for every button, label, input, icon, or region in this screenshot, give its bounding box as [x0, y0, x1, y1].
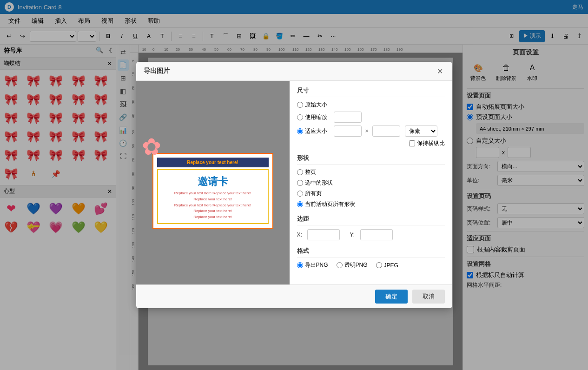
- shape-full-radio[interactable]: [297, 169, 303, 175]
- shape-selected-label[interactable]: 选中的形状: [297, 179, 333, 187]
- keep-ratio-checkbox-label[interactable]: 保持横纵比: [409, 139, 445, 147]
- format-row: 导出PNG 透明PNG JPEG: [297, 261, 445, 269]
- size-scale-label: 使用缩放: [305, 113, 327, 121]
- shape-all-text: 所有页: [305, 190, 322, 198]
- size-original-label: 原始大小: [305, 101, 327, 109]
- shape-selected-row: 选中的形状: [297, 179, 445, 187]
- keep-ratio-label: 保持横纵比: [417, 139, 445, 147]
- size-fit-radio-label[interactable]: 适应大小: [297, 127, 327, 135]
- format-transparent-label[interactable]: 透明PNG: [337, 261, 368, 269]
- margin-y-label: Y:: [350, 231, 357, 238]
- preview-banner: Replace your text here!: [157, 158, 269, 167]
- format-png-label[interactable]: 导出PNG: [297, 261, 328, 269]
- size-width-input[interactable]: 1200: [334, 126, 362, 137]
- size-fit-label: 适应大小: [305, 127, 327, 135]
- dialog-overlay: 导出图片 ✕ ✿ Replace your text here! 邀请卡: [0, 0, 588, 370]
- card-line-2: Replace your text here!: [161, 197, 265, 203]
- margin-y-input[interactable]: 0: [360, 229, 393, 240]
- format-jpeg-radio[interactable]: [376, 262, 382, 268]
- margin-section-title: 边距: [297, 215, 445, 225]
- dialog-preview: ✿ Replace your text here! 邀请卡 Replace yo…: [136, 81, 290, 284]
- preview-flower: ✿: [142, 135, 161, 159]
- shape-all-label[interactable]: 所有页: [297, 190, 322, 198]
- dialog-title: 导出图片: [144, 67, 170, 75]
- shape-full-row: 整页: [297, 168, 445, 176]
- card-line-5: Replace your text here!: [161, 214, 265, 220]
- dialog-close-button[interactable]: ✕: [436, 66, 445, 76]
- format-transparent-text: 透明PNG: [344, 261, 368, 269]
- margin-row: X: 0 Y: 0: [297, 229, 445, 240]
- shape-all-radio[interactable]: [297, 191, 303, 197]
- card-line-3: Replace your text here!Replace your text…: [161, 203, 265, 209]
- preview-card: ✿ Replace your text here! 邀请卡 Replace yo…: [152, 153, 273, 229]
- shape-full-label[interactable]: 整页: [297, 168, 316, 176]
- shape-all-row: 所有页: [297, 190, 445, 198]
- size-scale-input[interactable]: 100%: [334, 112, 362, 123]
- shape-section-title: 形状: [297, 154, 445, 165]
- size-unit-select[interactable]: 像素: [405, 126, 437, 137]
- size-original-radio-label[interactable]: 原始大小: [297, 101, 327, 109]
- preview-inner-card: 邀请卡 Replace your text here!Replace your …: [157, 169, 269, 224]
- shape-section: 形状 整页 选中的形状: [297, 154, 445, 208]
- size-fit-radio[interactable]: [297, 128, 303, 134]
- size-x-separator: ×: [365, 128, 369, 134]
- shape-full-text: 整页: [305, 168, 316, 176]
- keep-ratio-checkbox[interactable]: [409, 140, 415, 146]
- shape-current-text: 当前活动页所有形状: [305, 200, 355, 208]
- shape-current-row: 当前活动页所有形状: [297, 200, 445, 208]
- shape-current-radio[interactable]: [297, 201, 303, 207]
- keep-ratio-row: 保持横纵比: [297, 139, 445, 147]
- cancel-button[interactable]: 取消: [412, 290, 445, 304]
- size-height-input[interactable]: 816: [372, 126, 400, 137]
- format-png-radio[interactable]: [297, 262, 303, 268]
- format-section: 格式 导出PNG 透明PNG JPEG: [297, 247, 445, 269]
- size-section-title: 尺寸: [297, 86, 445, 97]
- dialog-footer: 确定 取消: [136, 284, 452, 308]
- size-original-radio[interactable]: [297, 102, 303, 108]
- dialog-settings: 尺寸 原始大小 使用缩放 100%: [290, 81, 452, 284]
- margin-x-label: X:: [297, 231, 304, 238]
- size-fit-row: 适应大小 1200 × 816 像素: [297, 126, 445, 137]
- export-dialog: 导出图片 ✕ ✿ Replace your text here! 邀请卡: [136, 62, 452, 308]
- format-transparent-radio[interactable]: [337, 262, 343, 268]
- format-jpeg-text: JPEG: [384, 262, 398, 269]
- size-scale-row: 使用缩放 100%: [297, 112, 445, 123]
- size-original-row: 原始大小: [297, 101, 445, 109]
- format-png-text: 导出PNG: [305, 261, 328, 269]
- preview-card-lines: Replace your text here!Replace your text…: [161, 191, 265, 220]
- size-section: 尺寸 原始大小 使用缩放 100%: [297, 86, 445, 147]
- preview-card-title: 邀请卡: [161, 175, 265, 189]
- preview-bottom-gray: [136, 229, 290, 284]
- shape-selected-radio[interactable]: [297, 180, 303, 186]
- size-scale-radio-label[interactable]: 使用缩放: [297, 113, 327, 121]
- card-line-4: Replace your text here!: [161, 208, 265, 214]
- dialog-body: ✿ Replace your text here! 邀请卡 Replace yo…: [136, 81, 452, 284]
- card-line-1: Replace your text here!Replace your text…: [161, 191, 265, 197]
- shape-current-label[interactable]: 当前活动页所有形状: [297, 200, 355, 208]
- margin-x-input[interactable]: 0: [307, 229, 340, 240]
- margin-section: 边距 X: 0 Y: 0: [297, 215, 445, 240]
- shape-selected-text: 选中的形状: [305, 179, 333, 187]
- size-scale-radio[interactable]: [297, 114, 303, 120]
- dialog-header: 导出图片 ✕: [136, 62, 452, 81]
- format-jpeg-label[interactable]: JPEG: [376, 262, 398, 269]
- format-section-title: 格式: [297, 247, 445, 258]
- confirm-button[interactable]: 确定: [375, 290, 408, 304]
